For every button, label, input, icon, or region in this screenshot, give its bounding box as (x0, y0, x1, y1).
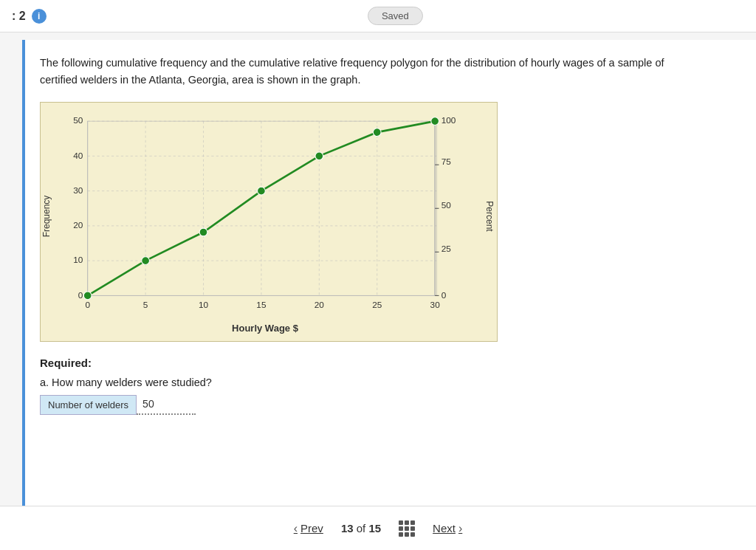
svg-text:50: 50 (441, 201, 452, 211)
svg-text:0: 0 (85, 300, 90, 310)
svg-point-44 (431, 117, 439, 126)
input-label: Number of welders (40, 395, 137, 415)
chart-container: Frequency Percent (40, 102, 498, 342)
chart-inner: Frequency Percent (48, 113, 476, 320)
svg-text:10: 10 (73, 255, 83, 266)
svg-text:25: 25 (372, 300, 382, 310)
chart-svg: 0 10 20 30 40 50 0 25 50 75 100 (48, 113, 476, 320)
svg-point-39 (142, 257, 150, 265)
svg-text:15: 15 (256, 300, 267, 310)
svg-text:5: 5 (143, 300, 148, 310)
x-axis-label: Hourly Wage $ (48, 323, 482, 334)
bottom-nav: ‹ Prev 13 of 15 Next › (0, 506, 756, 513)
input-row: Number of welders (40, 394, 726, 415)
main-content: The following cumulative frequency and t… (22, 40, 756, 513)
svg-point-38 (83, 292, 92, 300)
svg-point-43 (373, 128, 381, 137)
top-bar: : 2 i Saved (0, 0, 756, 32)
svg-text:25: 25 (441, 244, 452, 255)
svg-text:20: 20 (73, 220, 83, 230)
required-label: Required: (40, 357, 726, 369)
top-bar-left: : 2 i (12, 9, 47, 24)
question-text: The following cumulative frequency and t… (40, 55, 704, 89)
saved-badge: Saved (368, 7, 423, 25)
part-a-text: a. How many welders were studied? (40, 377, 212, 388)
svg-text:0: 0 (441, 290, 447, 300)
part-a: a. How many welders were studied? Number… (40, 377, 726, 415)
svg-point-42 (315, 152, 323, 160)
svg-text:75: 75 (441, 157, 452, 168)
question-number: : 2 (12, 10, 26, 23)
info-icon[interactable]: i (32, 9, 47, 24)
svg-text:20: 20 (315, 300, 325, 310)
svg-text:30: 30 (73, 185, 83, 196)
y-axis-left-label: Frequency (41, 196, 52, 238)
svg-text:0: 0 (78, 290, 83, 300)
svg-text:30: 30 (430, 300, 441, 310)
svg-rect-0 (88, 121, 437, 295)
welders-input[interactable] (137, 394, 196, 415)
y-axis-right-label: Percent (484, 202, 494, 232)
svg-text:10: 10 (199, 300, 209, 310)
svg-point-41 (258, 188, 266, 196)
svg-text:100: 100 (441, 116, 456, 126)
svg-point-40 (199, 228, 207, 236)
svg-text:50: 50 (73, 116, 83, 126)
svg-text:40: 40 (73, 151, 83, 161)
